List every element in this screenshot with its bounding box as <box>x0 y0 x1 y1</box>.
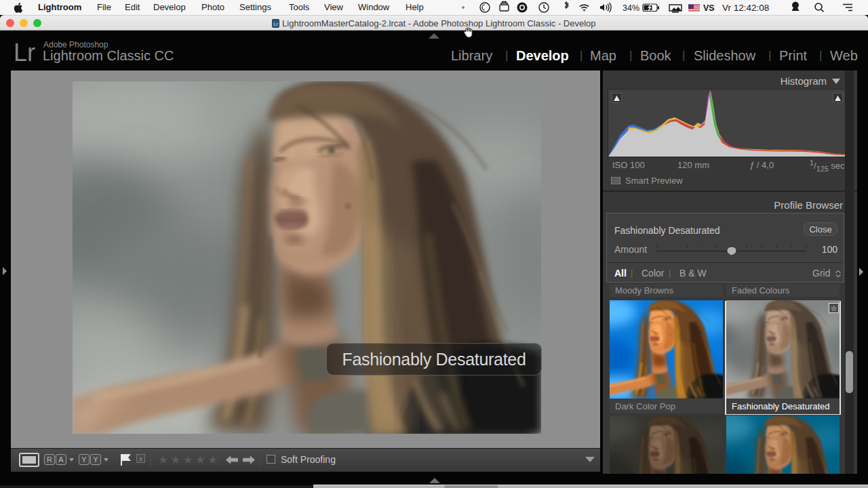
svg-text:Lr: Lr <box>273 21 278 27</box>
svg-text:VS: VS <box>703 3 715 13</box>
svg-text:34%: 34% <box>623 3 639 13</box>
svg-text:Vr 12:42:08: Vr 12:42:08 <box>722 3 769 13</box>
